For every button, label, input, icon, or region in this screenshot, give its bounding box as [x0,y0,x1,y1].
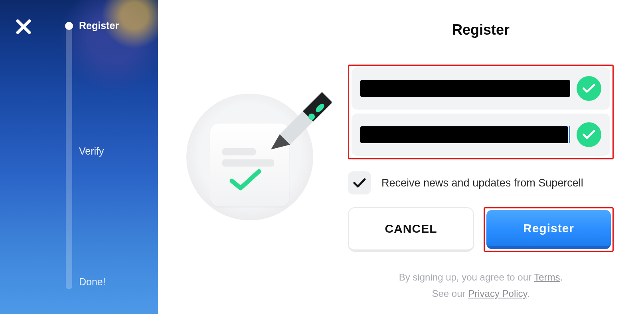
checkmark-icon [229,168,261,194]
text-cursor [569,126,570,143]
redacted-value [360,126,568,143]
redacted-value [360,80,570,97]
register-highlight: Register [484,207,614,252]
close-button[interactable] [15,18,32,37]
valid-icon [577,122,601,147]
illustration [158,0,342,314]
pen-icon [252,82,332,164]
sidebar: Register Verify Done! [0,0,158,314]
privacy-link[interactable]: Privacy Policy [468,288,527,299]
newsletter-checkbox[interactable] [348,171,371,194]
newsletter-label: Receive news and updates from Supercell [381,177,583,189]
legal-prefix2: See our [432,288,468,299]
legal-text: By signing up, you agree to our Terms. S… [348,269,614,302]
email-field[interactable] [352,67,610,110]
legal-prefix: By signing up, you agree to our [399,272,534,283]
svg-point-3 [308,114,315,120]
newsletter-optin: Receive news and updates from Supercell [348,171,614,194]
terms-link[interactable]: Terms [534,272,560,283]
input-highlight [348,65,614,159]
register-form: Register Receive news and updates from S… [342,0,644,314]
progress-dot-current [65,22,73,30]
page-title: Register [348,22,614,38]
button-row: Cancel Register [348,207,614,252]
valid-icon [577,76,601,101]
register-button[interactable]: Register [486,210,611,249]
confirm-email-field[interactable] [352,114,610,156]
main: Register Receive news and updates from S… [158,0,644,314]
step-verify: Verify [79,145,104,157]
close-icon [15,18,32,35]
progress-track [66,24,72,289]
cancel-button[interactable]: Cancel [348,207,474,252]
step-done: Done! [79,276,106,288]
check-icon [353,178,366,188]
step-register: Register [79,20,119,31]
